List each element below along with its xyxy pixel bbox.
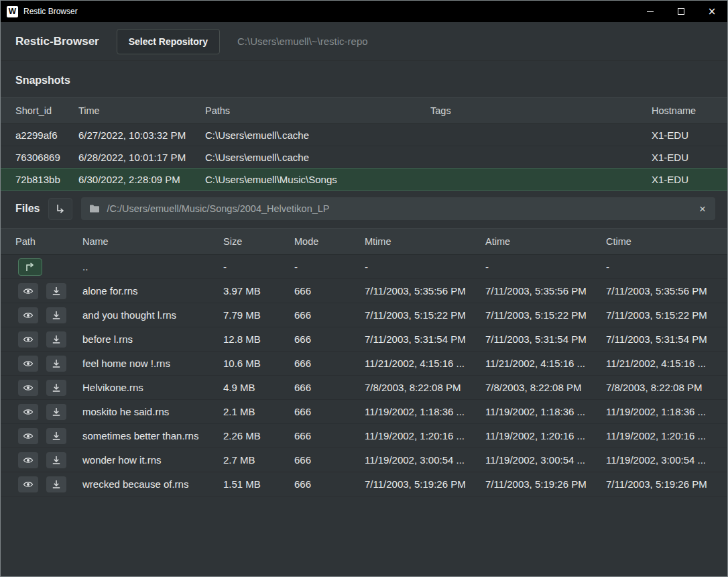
file-ctime: 7/11/2003, 5:35:56 PM bbox=[606, 285, 713, 297]
file-atime: 7/11/2003, 5:35:56 PM bbox=[485, 285, 606, 297]
go-up-directory-button[interactable] bbox=[18, 258, 42, 276]
download-file-button[interactable] bbox=[46, 452, 66, 468]
file-mode: 666 bbox=[294, 358, 365, 369]
file-row[interactable]: wonder how it.rns 2.7 MB 666 11/19/2002,… bbox=[1, 448, 727, 472]
download-file-button[interactable] bbox=[46, 404, 66, 420]
snapshot-hostname: X1-EDU bbox=[652, 129, 713, 141]
file-row[interactable]: before l.rns 12.8 MB 666 7/11/2003, 5:31… bbox=[1, 327, 727, 352]
select-repository-button[interactable]: Select Repository bbox=[117, 29, 220, 54]
file-action-buttons bbox=[18, 380, 66, 396]
download-icon bbox=[51, 455, 62, 466]
file-mode: 666 bbox=[294, 406, 365, 417]
file-name: sometimes better than.rns bbox=[82, 430, 223, 441]
preview-file-button[interactable] bbox=[18, 452, 38, 468]
download-file-button[interactable] bbox=[46, 283, 66, 299]
file-atime: 7/8/2003, 8:22:08 PM bbox=[485, 382, 606, 393]
preview-file-button[interactable] bbox=[18, 307, 38, 323]
column-header-atime: Atime bbox=[485, 236, 606, 247]
eye-icon bbox=[23, 455, 34, 466]
column-header-hostname: Hostname bbox=[652, 105, 713, 116]
file-ctime: 7/8/2003, 8:22:08 PM bbox=[606, 382, 713, 393]
snapshot-row[interactable]: 76306869 6/28/2022, 10:01:17 PM C:\Users… bbox=[1, 146, 727, 168]
preview-file-button[interactable] bbox=[18, 380, 38, 396]
download-icon bbox=[51, 431, 62, 441]
download-file-button[interactable] bbox=[46, 331, 66, 348]
file-atime: 11/19/2002, 1:18:36 ... bbox=[485, 406, 606, 417]
eye-icon bbox=[23, 310, 34, 321]
download-file-button[interactable] bbox=[46, 356, 66, 372]
close-icon: × bbox=[708, 7, 717, 17]
file-row[interactable]: alone for.rns 3.97 MB 666 7/11/2003, 5:3… bbox=[1, 279, 727, 303]
file-mtime: 11/21/2002, 4:15:16 ... bbox=[365, 358, 485, 369]
snapshot-paths: C:\Users\emuell\.cache bbox=[205, 129, 430, 141]
snapshot-short-id: 72b813bb bbox=[15, 174, 78, 185]
maximize-icon bbox=[678, 8, 684, 15]
file-size: 12.8 MB bbox=[223, 333, 294, 345]
download-file-button[interactable] bbox=[46, 380, 66, 396]
file-mode: 666 bbox=[294, 285, 365, 297]
snapshot-row[interactable]: 72b813bb 6/30/2022, 2:28:09 PM C:\Users\… bbox=[1, 168, 727, 191]
file-actions bbox=[15, 356, 82, 372]
folder-icon bbox=[89, 204, 100, 213]
download-icon bbox=[51, 479, 62, 490]
file-ctime: 7/11/2003, 5:15:22 PM bbox=[606, 309, 713, 321]
app-window: W Restic Browser × Restic-Browser Select… bbox=[0, 0, 728, 577]
minimize-button[interactable] bbox=[635, 1, 666, 22]
file-row[interactable]: sometimes better than.rns 2.26 MB 666 11… bbox=[1, 424, 727, 448]
file-name: wrecked because of.rns bbox=[82, 478, 223, 490]
file-actions bbox=[15, 380, 82, 396]
file-atime: 11/21/2002, 4:15:16 ... bbox=[485, 358, 606, 369]
current-path-text: /C:/Users/emuell/Music/Songs/2004_Helvet… bbox=[107, 203, 691, 214]
file-actions bbox=[15, 404, 82, 420]
column-header-ctime: Ctime bbox=[606, 236, 713, 247]
preview-file-button[interactable] bbox=[18, 404, 38, 420]
column-header-size: Size bbox=[223, 236, 294, 247]
file-size: 4.9 MB bbox=[223, 382, 294, 393]
preview-file-button[interactable] bbox=[18, 331, 38, 348]
file-row[interactable]: wrecked because of.rns 1.51 MB 666 7/11/… bbox=[1, 472, 727, 496]
preview-file-button[interactable] bbox=[18, 428, 38, 444]
file-row[interactable]: moskito he said.rns 2.1 MB 666 11/19/200… bbox=[1, 400, 727, 424]
file-ctime: 7/11/2003, 5:19:26 PM bbox=[606, 478, 713, 490]
download-file-button[interactable] bbox=[46, 476, 66, 492]
column-header-path: Path bbox=[15, 236, 82, 247]
file-mode: 666 bbox=[294, 478, 365, 490]
subdirectory-toggle-button[interactable] bbox=[48, 198, 72, 220]
titlebar-title: Restic Browser bbox=[23, 7, 78, 16]
file-actions bbox=[15, 452, 82, 468]
file-size: - bbox=[223, 261, 294, 272]
file-row[interactable]: .. - - - - - bbox=[1, 255, 727, 279]
file-row[interactable]: Helvikone.rns 4.9 MB 666 7/8/2003, 8:22:… bbox=[1, 376, 727, 400]
preview-file-button[interactable] bbox=[18, 356, 38, 372]
clear-path-button[interactable]: × bbox=[698, 203, 707, 215]
file-size: 3.97 MB bbox=[223, 285, 294, 297]
file-action-buttons bbox=[18, 331, 66, 348]
file-name: alone for.rns bbox=[82, 285, 223, 297]
close-button[interactable]: × bbox=[696, 1, 727, 22]
file-atime: 7/11/2003, 5:19:26 PM bbox=[485, 478, 606, 490]
snapshot-short-id: 76306869 bbox=[15, 152, 78, 163]
file-mtime: - bbox=[365, 261, 485, 272]
file-row[interactable]: and you thought l.rns 7.79 MB 666 7/11/2… bbox=[1, 303, 727, 327]
files-bar: Files /C:/Users/emuell/Music/Songs/2004_… bbox=[1, 191, 727, 228]
file-row[interactable]: feel home now !.rns 10.6 MB 666 11/21/20… bbox=[1, 352, 727, 376]
snapshot-row[interactable]: a2299af6 6/27/2022, 10:03:32 PM C:\Users… bbox=[1, 124, 727, 146]
preview-file-button[interactable] bbox=[18, 283, 38, 299]
column-header-mode: Mode bbox=[294, 236, 365, 247]
download-file-button[interactable] bbox=[46, 307, 66, 323]
snapshot-paths: C:\Users\emuell\.cache bbox=[205, 152, 430, 163]
snapshot-time: 6/28/2022, 10:01:17 PM bbox=[78, 152, 205, 163]
snapshot-hostname: X1-EDU bbox=[652, 174, 713, 185]
titlebar: W Restic Browser × bbox=[1, 1, 727, 22]
current-path-field[interactable]: /C:/Users/emuell/Music/Songs/2004_Helvet… bbox=[81, 197, 715, 220]
download-icon bbox=[51, 286, 62, 297]
file-mtime: 7/11/2003, 5:15:22 PM bbox=[365, 309, 485, 321]
download-file-button[interactable] bbox=[46, 428, 66, 444]
maximize-button[interactable] bbox=[666, 1, 696, 22]
snapshots-table-header: Short_id Time Paths Tags Hostname bbox=[1, 97, 727, 124]
snapshots-title: Snapshots bbox=[1, 61, 727, 97]
file-mtime: 11/19/2002, 3:00:54 ... bbox=[365, 454, 485, 466]
file-action-buttons bbox=[18, 404, 66, 420]
column-header-paths: Paths bbox=[205, 105, 430, 116]
preview-file-button[interactable] bbox=[18, 476, 38, 492]
